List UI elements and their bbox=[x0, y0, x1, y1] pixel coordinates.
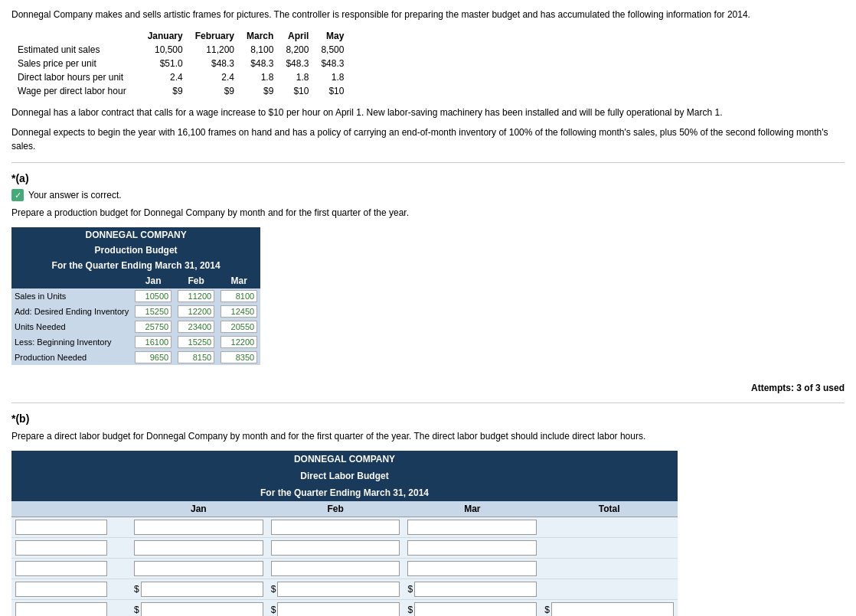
dlb-feb-input-0[interactable] bbox=[271, 520, 400, 535]
dlb-jan-input-0[interactable] bbox=[134, 520, 263, 535]
data-row-value: $9 bbox=[240, 84, 279, 98]
dlb-total-input-4[interactable] bbox=[551, 602, 674, 616]
data-row-value: 1.8 bbox=[315, 70, 350, 84]
budget-input-cell: 10500 bbox=[135, 290, 172, 302]
production-budget-container: DONNEGAL COMPANY Production Budget For t… bbox=[11, 227, 260, 365]
data-row-value: 2.4 bbox=[189, 70, 240, 84]
dollar-sign: $ bbox=[544, 605, 550, 615]
dlb-mar-input-0[interactable] bbox=[407, 520, 537, 535]
budget-input-cell: 15250 bbox=[135, 305, 172, 318]
dlb-label-input-2[interactable] bbox=[15, 561, 107, 576]
dollar-sign: $ bbox=[407, 605, 413, 615]
table-row: $$$$ bbox=[11, 600, 678, 617]
dollar-sign: $ bbox=[271, 584, 276, 595]
dlb-col-label bbox=[11, 501, 130, 517]
data-row-value: 8,100 bbox=[240, 43, 279, 57]
data-row-value: $10 bbox=[315, 84, 350, 98]
col-april: April bbox=[279, 29, 315, 43]
budget-title-1: DONNEGAL COMPANY bbox=[11, 227, 260, 243]
col-january: January bbox=[142, 29, 189, 43]
note-2: Donnegal expects to begin the year with … bbox=[11, 125, 845, 153]
divider-a bbox=[11, 162, 845, 163]
budget-col-feb: Feb bbox=[175, 273, 217, 288]
col-march: March bbox=[240, 29, 279, 43]
table-row bbox=[11, 559, 678, 579]
dlb-feb-input-3[interactable] bbox=[277, 582, 400, 597]
dollar-sign: $ bbox=[407, 584, 413, 595]
data-row-label: Estimated unit sales bbox=[11, 43, 142, 57]
dlb-mar-input-2[interactable] bbox=[407, 561, 537, 576]
section-a-prepare-text: Prepare a production budget for Donnegal… bbox=[11, 206, 845, 220]
dlb-label-input-1[interactable] bbox=[15, 540, 107, 556]
budget-input-cell: 12450 bbox=[221, 305, 257, 318]
data-row-value: 2.4 bbox=[142, 70, 189, 84]
data-row-label: Direct labor hours per unit bbox=[11, 70, 142, 84]
dlb-mar-input-4[interactable] bbox=[414, 602, 537, 616]
data-row-value: 8,500 bbox=[315, 43, 350, 57]
budget-col-jan: Jan bbox=[132, 273, 175, 288]
budget-row-label: Less: Beginning Inventory bbox=[15, 337, 112, 347]
dlb-label-input-3[interactable] bbox=[15, 582, 107, 597]
dlb-label-input-4[interactable] bbox=[15, 602, 107, 616]
correct-banner: ✓ Your answer is correct. bbox=[11, 189, 845, 201]
data-table: January February March April May Estimat… bbox=[11, 29, 350, 98]
budget-col-mar: Mar bbox=[217, 273, 260, 288]
dlb-feb-input-2[interactable] bbox=[271, 561, 400, 576]
dlb-col-jan: Jan bbox=[130, 501, 267, 517]
direct-labor-table: DONNEGAL COMPANY Direct Labor Budget For… bbox=[11, 451, 678, 616]
data-row-value: $48.3 bbox=[279, 57, 315, 70]
table-row: Add: Desired Ending Inventory15250122001… bbox=[11, 304, 260, 319]
data-row-label: Sales price per unit bbox=[11, 57, 142, 70]
col-february: February bbox=[189, 29, 240, 43]
budget-input-cell: 25750 bbox=[135, 321, 172, 333]
dollar-sign: $ bbox=[271, 605, 276, 615]
direct-labor-budget-container: DONNEGAL COMPANY Direct Labor Budget For… bbox=[11, 451, 678, 616]
dlb-col-mar: Mar bbox=[403, 501, 541, 517]
data-row-value: $9 bbox=[142, 84, 189, 98]
budget-row-label: Add: Desired Ending Inventory bbox=[15, 307, 129, 316]
dlb-label-input-0[interactable] bbox=[15, 520, 107, 535]
dollar-sign: $ bbox=[134, 605, 139, 615]
intro-text: Donnegal Company makes and sells artisti… bbox=[11, 8, 845, 21]
section-b-prepare-text: Prepare a direct labor budget for Donneg… bbox=[11, 429, 845, 443]
dlb-mar-input-3[interactable] bbox=[414, 582, 537, 597]
dlb-feb-input-1[interactable] bbox=[271, 540, 400, 556]
budget-title-2: Production Budget bbox=[11, 243, 260, 258]
data-row-value: 10,500 bbox=[142, 43, 189, 57]
production-budget-table: DONNEGAL COMPANY Production Budget For t… bbox=[11, 227, 260, 365]
dlb-title-3: For the Quarter Ending March 31, 2014 bbox=[11, 484, 678, 501]
budget-input-cell: 9650 bbox=[135, 351, 172, 363]
table-row: Less: Beginning Inventory161001525012200 bbox=[11, 334, 260, 350]
dlb-mar-input-1[interactable] bbox=[407, 540, 537, 556]
dlb-feb-input-4[interactable] bbox=[277, 602, 400, 616]
budget-input-cell: 15250 bbox=[178, 336, 214, 348]
divider-b bbox=[11, 403, 845, 403]
budget-input-cell: 8350 bbox=[221, 351, 257, 363]
dlb-title-2: Direct Labor Budget bbox=[11, 468, 678, 484]
budget-input-cell: 8150 bbox=[178, 351, 214, 363]
budget-input-cell: 8100 bbox=[221, 290, 257, 302]
budget-title-3: For the Quarter Ending March 31, 2014 bbox=[11, 258, 260, 273]
dlb-jan-input-2[interactable] bbox=[134, 561, 263, 576]
data-row-value: 1.8 bbox=[240, 70, 279, 84]
data-row-value: $48.3 bbox=[240, 57, 279, 70]
data-row-label: Wage per direct labor hour bbox=[11, 84, 142, 98]
budget-input-cell: 20550 bbox=[221, 321, 257, 333]
dlb-jan-input-3[interactable] bbox=[141, 582, 263, 597]
table-row: Units Needed257502340020550 bbox=[11, 319, 260, 334]
table-row: $$$ bbox=[11, 579, 678, 600]
col-may: May bbox=[315, 29, 350, 43]
dlb-col-total: Total bbox=[541, 501, 678, 517]
data-row-value: $48.3 bbox=[189, 57, 240, 70]
data-row-value: 11,200 bbox=[189, 43, 240, 57]
budget-input-cell: 12200 bbox=[221, 336, 257, 348]
note-1: Donnegal has a labor contract that calls… bbox=[11, 106, 845, 119]
section-b-label: *(b) bbox=[11, 412, 845, 425]
section-a-label: *(a) bbox=[11, 172, 845, 184]
dlb-jan-input-4[interactable] bbox=[141, 602, 263, 616]
budget-empty-col bbox=[11, 273, 132, 288]
budget-input-cell: 12200 bbox=[178, 305, 214, 318]
data-row-value: 1.8 bbox=[279, 70, 315, 84]
dlb-jan-input-1[interactable] bbox=[134, 540, 263, 556]
budget-row-label: Sales in Units bbox=[15, 292, 66, 301]
